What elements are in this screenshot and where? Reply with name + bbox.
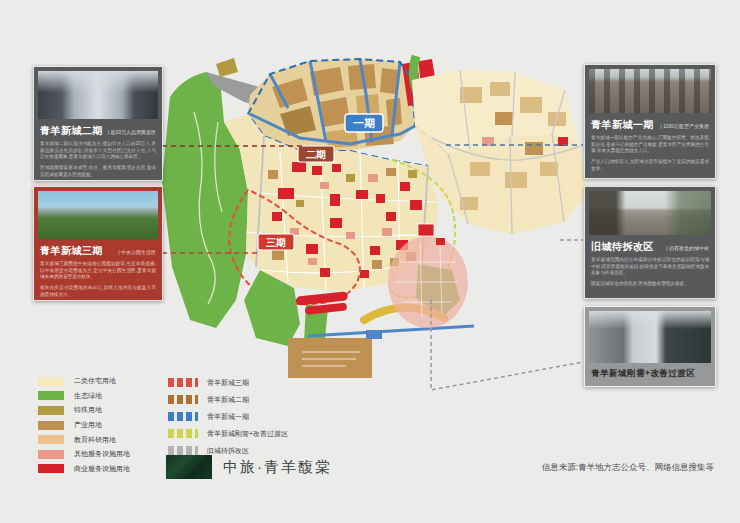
south-campus-parcel xyxy=(288,338,372,378)
legend-swatch xyxy=(168,429,198,438)
legend-item: 青羊新城刚需+改善过渡区 xyxy=(168,425,288,442)
legend-label: 二类住宅用地 xyxy=(74,376,116,386)
legend-item: 产业用地 xyxy=(38,418,130,433)
olive-parcel-nw xyxy=(216,58,238,77)
legend-label: 青羊新城一期 xyxy=(207,412,249,422)
card-paragraph: 青羊新城范围内仍分布着部分待拆迁改造的老旧院落与城中村,现状界面相对老旧,拆改推… xyxy=(591,257,709,277)
legend-item: 商业服务设施用地 xyxy=(38,462,130,477)
legend-swatch xyxy=(38,391,64,400)
source-note: 信息来源:青羊地方志公众号、网络信息搜集等 xyxy=(542,462,714,474)
legend-swatch xyxy=(38,421,64,430)
legend-label: 生态绿地 xyxy=(74,391,102,401)
card-title: 旧城待拆改区 xyxy=(591,240,654,254)
legend-swatch xyxy=(168,412,198,421)
legend-swatch xyxy=(38,435,64,444)
legend-label: 其他服务设施用地 xyxy=(74,449,130,459)
card-title: 青羊新城二期 xyxy=(40,124,103,138)
card-title: 青羊新城一期 xyxy=(591,118,654,132)
planning-map: 一期 二期 三期 xyxy=(160,42,590,382)
card-title: 青羊新城刚需+改善过渡区 xyxy=(591,368,695,380)
card-paragraph: 产业人口持续导入,为区域住宅市场提供了坚实的购房需求支撑。 xyxy=(591,159,709,172)
legend-label: 特殊用地 xyxy=(74,405,102,415)
project-marker xyxy=(418,224,434,236)
legend-item: 教育科研用地 xyxy=(38,432,130,447)
legend-swatch xyxy=(38,464,64,473)
legend-item: 青羊新城一期 xyxy=(168,408,288,425)
card-transition: 青羊新城刚需+改善过渡区 xyxy=(584,306,716,387)
legend-swatch xyxy=(38,450,64,459)
poster-canvas: 一期 二期 三期 青羊新城二期 | 超20万人品质聚居区 青羊新城二期以居住功能… xyxy=(0,0,740,523)
south-blue-road xyxy=(308,326,474,336)
card-phase1: 青羊新城一期 | 1000亿航空产业集群 青羊新城一期以航空产业为核心,汇聚航空… xyxy=(584,64,716,179)
phase2-photo xyxy=(38,71,158,119)
card-paragraph: 随着旧城改造持续推进,区域面貌有望逐步焕新。 xyxy=(591,281,709,288)
card-title: 青羊新城三期 xyxy=(40,244,103,258)
card-phase2: 青羊新城二期 | 超20万人品质聚居区 青羊新城二期以居住功能为主,规划常住人口… xyxy=(33,66,163,181)
brand-logo: 中旅·青羊馥棠 xyxy=(166,455,332,479)
legend-label: 旧城待拆改区 xyxy=(207,446,249,456)
phase3-label: 三期 xyxy=(258,234,294,250)
legend-swatch xyxy=(38,406,64,415)
legend-label: 青羊新城二期 xyxy=(207,395,249,405)
legend-item: 特殊用地 xyxy=(38,403,130,418)
phase3-photo xyxy=(38,191,158,239)
logo-text: 中旅·青羊馥棠 xyxy=(223,458,332,477)
phase1-photo xyxy=(589,69,711,113)
legend-label: 商业服务设施用地 xyxy=(74,464,130,474)
legend-label: 青羊新城刚需+改善过渡区 xyxy=(207,429,288,439)
legend-item: 二类住宅用地 xyxy=(38,374,130,389)
logo-thumbnail-image xyxy=(166,455,212,479)
phase2-label: 二期 xyxy=(298,146,334,162)
svg-text:三期: 三期 xyxy=(266,237,286,248)
eco-green-west xyxy=(162,72,248,328)
legend-item: 青羊新城三期 xyxy=(168,374,288,391)
card-oldtown: 旧城待拆改区 | 仍有改造的城中村 青羊新城范围内仍分布着部分待拆迁改造的老旧院… xyxy=(584,186,716,299)
legend-swatch xyxy=(168,446,198,455)
legend-item: 青羊新城二期 xyxy=(168,391,288,408)
east-districts xyxy=(412,70,586,234)
legend-swatch xyxy=(168,378,198,387)
card-paragraph: 青羊新城二期以居住功能为主,规划常住人口超20万人,多家品牌房企先后进驻,目前多… xyxy=(40,141,156,161)
legend-label: 青羊新城三期 xyxy=(207,378,249,388)
svg-text:一期: 一期 xyxy=(353,117,375,129)
card-subtitle: | 超20万人品质聚居区 xyxy=(108,129,156,135)
card-subtitle: | 中央公园生活区 xyxy=(118,249,156,255)
card-subtitle: | 仍有改造的城中村 xyxy=(666,245,709,251)
legend-land-use: 二类住宅用地 生态绿地 特殊用地 产业用地 教育科研用地 其他服务设施用地 商业… xyxy=(38,374,130,476)
card-subtitle: | 1000亿航空产业集群 xyxy=(660,123,709,129)
card-paragraph: 区域路网骨架基本成型,商业、教育等配套逐步兑现,整体呈现成熟聚居大区的面貌。 xyxy=(40,165,156,178)
card-paragraph: 青羊新城一期以航空产业为核心,汇聚航空研发、制造及配套企业,形成千亿级航空产业集… xyxy=(591,135,709,155)
legend-label: 教育科研用地 xyxy=(74,435,116,445)
card-phase3: 青羊新城三期 | 中央公园生活区 青羊新城三期围绕中央绿地公园规划建设,生态本底… xyxy=(33,186,163,301)
oldtown-photo xyxy=(589,191,711,235)
card-paragraph: 板块内多宗住宅用地尚未出让,后续土地供应与新盘入市值得持续关注。 xyxy=(40,285,156,298)
svg-text:二期: 二期 xyxy=(306,149,326,160)
legend-zones: 青羊新城三期 青羊新城二期 青羊新城一期 青羊新城刚需+改善过渡区 旧城待拆改区 xyxy=(168,374,288,459)
legend-item: 其他服务设施用地 xyxy=(38,447,130,462)
transition-photo xyxy=(589,311,711,363)
legend-label: 产业用地 xyxy=(74,420,102,430)
card-paragraph: 青羊新城三期围绕中央绿地公园规划建设,生态本底优越,以中低密度住宅用地为主,定位… xyxy=(40,261,156,281)
phase1-label: 一期 xyxy=(345,114,383,132)
legend-item: 生态绿地 xyxy=(38,389,130,404)
legend-swatch xyxy=(38,377,64,386)
legend-swatch xyxy=(168,395,198,404)
